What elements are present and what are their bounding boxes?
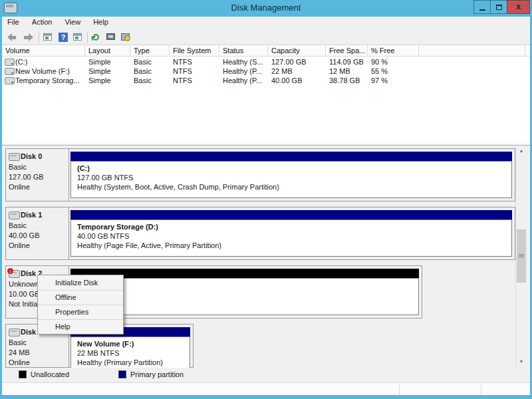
vertical-scrollbar[interactable]: ▲ ▼ xyxy=(515,146,526,367)
drive-icon xyxy=(5,68,15,75)
show-action-pane-icon[interactable] xyxy=(72,32,83,43)
toolbar-separator xyxy=(39,31,39,43)
primary-partition-swatch xyxy=(118,370,126,378)
disk-1-label[interactable]: Disk 1 Basic 40.00 GB Online xyxy=(6,207,69,259)
drive-icon xyxy=(5,77,15,84)
disk-row-0: Disk 0 Basic 127.00 GB Online (C:) 127.0… xyxy=(5,148,515,201)
context-menu: Initialize Disk Offline Properties Help xyxy=(37,275,124,334)
status-bar xyxy=(2,382,530,395)
menu-item-properties[interactable]: Properties xyxy=(38,305,123,319)
unallocated-label: Unallocated xyxy=(31,370,69,378)
menu-item-initialize-disk[interactable]: Initialize Disk xyxy=(38,275,123,290)
disk-management-window: Disk Management x File Action View Help … xyxy=(0,0,532,399)
help-icon[interactable]: ? xyxy=(58,32,68,43)
menu-file[interactable]: File xyxy=(2,17,25,29)
drive-icon xyxy=(5,59,15,66)
toolbar-separator xyxy=(87,31,88,43)
disk-row-1: Disk 1 Basic 40.00 GB Online Temporary S… xyxy=(5,207,515,260)
title-bar: Disk Management x xyxy=(0,0,532,17)
disk-0-label[interactable]: Disk 0 Basic 127.00 GB Online xyxy=(6,149,69,201)
col-status[interactable]: Status xyxy=(219,45,268,57)
menu-item-help[interactable]: Help xyxy=(38,319,123,334)
scroll-down-icon[interactable]: ▼ xyxy=(517,356,526,367)
unallocated-swatch xyxy=(19,370,27,378)
window-title: Disk Management xyxy=(0,3,532,13)
col-capacity[interactable]: Capacity xyxy=(268,45,326,57)
disk-icon xyxy=(9,329,20,336)
menu-action[interactable]: Action xyxy=(27,17,58,29)
refresh-icon[interactable] xyxy=(91,32,102,43)
statusbar-separator xyxy=(399,384,400,395)
minimize-button[interactable] xyxy=(473,0,491,14)
disk-error-icon: ↓ xyxy=(9,270,20,278)
disk-icon xyxy=(9,153,20,161)
disk-icon xyxy=(9,211,20,219)
volume-list-header: Volume Layout Type File System Status Ca… xyxy=(2,45,530,57)
scroll-up-icon[interactable]: ▲ xyxy=(517,146,526,156)
minimize-icon xyxy=(479,9,485,11)
primary-partition-label: Primary partition xyxy=(130,370,184,378)
col-empty xyxy=(419,45,525,57)
legend-bar: Unallocated Primary partition xyxy=(2,369,530,380)
error-badge-icon: ↓ xyxy=(7,268,13,274)
volume-list: Volume Layout Type File System Status Ca… xyxy=(2,45,530,144)
partition-d[interactable]: Temporary Storage (D:) 40.00 GB NTFS Hea… xyxy=(70,210,512,257)
maximize-icon xyxy=(496,5,502,10)
col-type[interactable]: Type xyxy=(130,45,170,57)
rescan-disks-icon[interactable] xyxy=(120,32,131,43)
back-icon[interactable] xyxy=(7,32,18,43)
close-button[interactable]: x xyxy=(507,0,530,14)
scrollbar-thumb[interactable] xyxy=(517,229,526,283)
maximize-button[interactable] xyxy=(490,0,507,14)
statusbar-separator xyxy=(481,384,481,395)
menu-view[interactable]: View xyxy=(59,17,86,29)
col-free-space[interactable]: Free Spa... xyxy=(326,45,368,57)
partition-c[interactable]: (C:) 127.00 GB NTFS Healthy (System, Boo… xyxy=(70,152,512,199)
window-content: File Action View Help ? Volume Layout Ty… xyxy=(2,17,530,395)
menu-bar: File Action View Help xyxy=(2,17,530,29)
device-manager-icon[interactable] xyxy=(106,32,116,43)
show-console-tree-icon[interactable] xyxy=(43,32,53,43)
col-layout[interactable]: Layout xyxy=(85,45,130,57)
toolbar: ? xyxy=(2,29,530,45)
partition-band-primary xyxy=(70,210,512,219)
col-volume[interactable]: Volume xyxy=(2,45,85,57)
volume-row-c[interactable]: (C:) Simple Basic NTFS Healthy (S... 127… xyxy=(2,57,530,66)
partition-band-primary xyxy=(70,152,512,161)
col-pct-free[interactable]: % Free xyxy=(368,45,419,57)
volume-row-new-volume[interactable]: New Volume (F:) Simple Basic NTFS Health… xyxy=(2,66,530,76)
col-file-system[interactable]: File System xyxy=(170,45,219,57)
forward-icon[interactable] xyxy=(23,32,33,43)
volume-row-temporary-storage[interactable]: Temporary Storag... Simple Basic NTFS He… xyxy=(2,76,530,85)
menu-item-offline[interactable]: Offline xyxy=(38,290,123,305)
menu-help[interactable]: Help xyxy=(88,17,114,29)
